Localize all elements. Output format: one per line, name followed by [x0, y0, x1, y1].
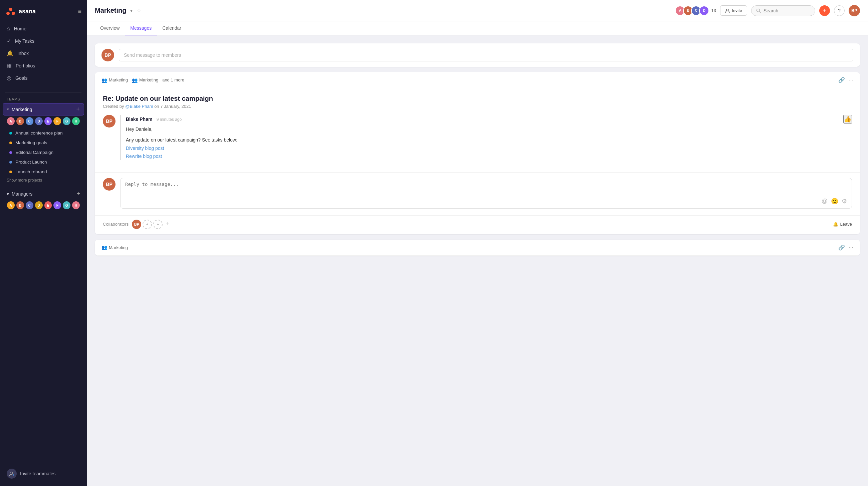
asana-logo-icon	[5, 6, 16, 17]
avatar: D	[35, 201, 43, 209]
managers-team-item[interactable]: ▾ Managers	[7, 191, 32, 197]
collab-avatar-1: BP	[132, 220, 141, 229]
avatar: B	[16, 117, 24, 126]
title-chevron-icon[interactable]: ▾	[130, 8, 132, 13]
nav-item-my-tasks[interactable]: ✓ My Tasks	[3, 35, 84, 47]
invite-button[interactable]: Invite	[720, 5, 747, 16]
chart-icon: ▦	[7, 62, 12, 69]
header-tag-label: Marketing	[109, 77, 128, 83]
messages-content: BP Send message to members 👥 Marketing 👥…	[87, 35, 868, 486]
message-subject: Re: Update on our latest campaign	[103, 95, 852, 102]
more-options-button[interactable]: ···	[849, 77, 853, 83]
search-icon	[756, 8, 761, 13]
avatar: C	[25, 201, 34, 209]
managers-team-name: Managers	[12, 191, 32, 197]
nav-label-home: Home	[14, 26, 26, 31]
project-item-marketing-goals[interactable]: Marketing goals	[5, 138, 82, 148]
marketing-team-avatars: A B C D E F G H	[3, 116, 84, 128]
topbar-right: A B C D 13 Invite + ?	[677, 5, 860, 17]
reply-box: BP @ 🙂 ⚙	[95, 172, 860, 215]
search-bar[interactable]	[751, 5, 815, 16]
check-icon: ✓	[7, 38, 11, 44]
avatar: A	[7, 117, 15, 126]
project-dot	[9, 151, 12, 154]
project-label: Annual conference plan	[16, 131, 63, 135]
star-icon[interactable]: ☆	[136, 7, 141, 14]
reply-input[interactable]	[125, 182, 847, 194]
project-label: Launch rebrand	[16, 169, 47, 174]
person-icon	[725, 8, 730, 13]
tab-overview[interactable]: Overview	[95, 21, 125, 35]
second-link-icon-button[interactable]: 🔗	[838, 244, 845, 251]
team-add-icon[interactable]: +	[76, 106, 80, 113]
message-card-body: Re: Update on our latest campaign Create…	[95, 88, 860, 172]
message-meta: Created by @Blake Pham on 7 January, 202…	[103, 104, 852, 109]
topbar: Marketing ▾ ☆ A B C D 13 Invite	[87, 0, 868, 21]
mention-icon-button[interactable]: @	[822, 198, 828, 205]
project-label: Product Launch	[16, 160, 47, 165]
collab-avatar-empty-2[interactable]: +	[153, 220, 163, 229]
created-date-text: on 7 January, 2021	[154, 104, 191, 109]
link-icon-button[interactable]: 🔗	[838, 77, 845, 83]
rewrite-blog-post-link[interactable]: Rewrite blog post	[126, 153, 852, 160]
main-content: Marketing ▾ ☆ A B C D 13 Invite	[87, 0, 868, 486]
header-actions: 🔗 ···	[838, 77, 853, 83]
diversity-blog-post-link[interactable]: Diversity blog post	[126, 144, 852, 152]
bubble-author-area: Blake Pham 9 minutes ago	[126, 116, 182, 122]
managers-team-avatars: A B C D E F G H	[3, 200, 84, 212]
reply-input-area[interactable]: @ 🙂 ⚙	[120, 178, 852, 208]
project-item-product-launch[interactable]: Product Launch	[5, 157, 82, 167]
second-more-options-button[interactable]: ···	[849, 244, 853, 250]
tab-messages[interactable]: Messages	[125, 21, 157, 35]
nav-label-my-tasks: My Tasks	[15, 38, 34, 44]
help-button[interactable]: ?	[834, 5, 845, 16]
compose-input[interactable]: Send message to members	[119, 49, 853, 61]
marketing-team-name: Marketing	[12, 107, 73, 112]
collaborators-left: Collaborators BP + + +	[103, 220, 169, 229]
project-item-editorial-campaign[interactable]: Editorial Campaign	[5, 148, 82, 157]
avatar: G	[62, 117, 71, 126]
add-button[interactable]: +	[819, 5, 830, 16]
bubble-body: Any update on our latest campaign? See t…	[126, 136, 852, 143]
author-link[interactable]: @Blake Pham	[125, 104, 154, 109]
task-icon-button[interactable]: ⚙	[842, 198, 847, 205]
avatar: F	[53, 117, 61, 126]
show-more-projects[interactable]: Show more projects	[3, 176, 84, 187]
leave-button[interactable]: 🔔 Leave	[833, 222, 852, 227]
project-list: Annual conference plan Marketing goals E…	[3, 128, 84, 176]
team-icon-3: 👥	[101, 245, 107, 250]
avatar: C	[25, 117, 34, 126]
tabs-bar: Overview Messages Calendar	[87, 21, 868, 35]
search-input[interactable]	[764, 8, 810, 13]
collab-add-button[interactable]: +	[166, 221, 169, 228]
project-item-launch-rebrand[interactable]: Launch rebrand	[5, 167, 82, 176]
marketing-team-item[interactable]: ▾ Marketing +	[3, 103, 84, 116]
hamburger-icon[interactable]: ≡	[78, 8, 82, 15]
leave-label: Leave	[840, 222, 852, 227]
managers-add-icon[interactable]: +	[76, 190, 80, 197]
teams-label: Teams	[3, 95, 84, 103]
home-icon: ⌂	[7, 26, 10, 32]
nav-label-goals: Goals	[16, 75, 28, 81]
user-avatar[interactable]: BP	[849, 5, 860, 17]
project-item-annual-conference[interactable]: Annual conference plan	[5, 128, 82, 138]
bubble-greeting: Hey Daniela,	[126, 126, 852, 133]
nav-item-inbox[interactable]: 🔔 Inbox	[3, 47, 84, 59]
project-label: Marketing goals	[16, 140, 47, 145]
created-by-label: Created by	[103, 104, 125, 109]
message-card-header: 👥 Marketing 👥 Marketing and 1 more 🔗 ···	[95, 72, 860, 88]
like-button[interactable]: 👍	[843, 115, 852, 124]
nav-item-goals[interactable]: ◎ Goals	[3, 72, 84, 84]
invite-teammates-item[interactable]: Invite teammates	[3, 465, 84, 482]
emoji-icon-button[interactable]: 🙂	[831, 198, 838, 205]
logo-area[interactable]: asana	[5, 6, 36, 17]
nav-item-portfolios[interactable]: ▦ Portfolios	[3, 59, 84, 72]
message-bubble: BP Blake Pham 9 minutes ago 👍 Hey Daniel…	[103, 115, 852, 160]
member-count: 13	[711, 8, 716, 13]
invite-icon	[7, 468, 17, 479]
collab-avatar-empty-1[interactable]: +	[143, 220, 152, 229]
nav-item-home[interactable]: ⌂ Home	[3, 23, 84, 35]
bubble-text: Hey Daniela, Any update on our latest ca…	[126, 126, 852, 160]
tab-calendar[interactable]: Calendar	[157, 21, 187, 35]
second-header-tag-label: Marketing	[109, 245, 128, 250]
